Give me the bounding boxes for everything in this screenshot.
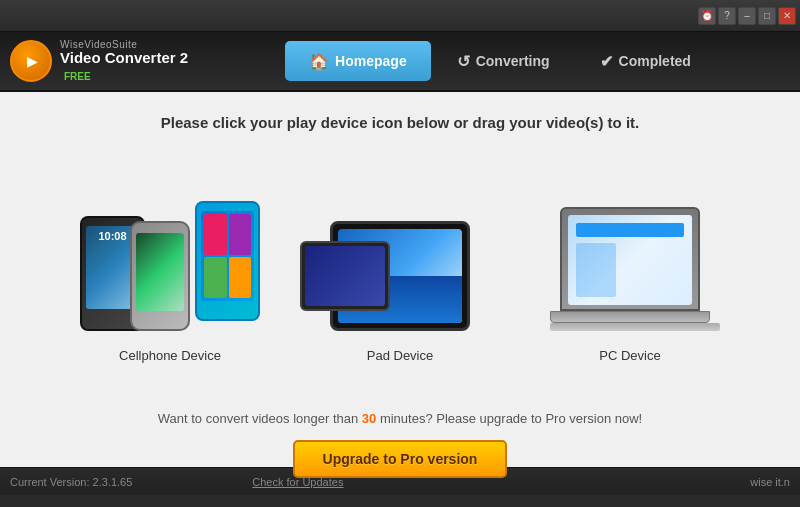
alarm-icon[interactable]: ⏰: [698, 7, 716, 25]
version-label: Current Version: 2.3.1.65: [10, 476, 132, 488]
devices-section: Cellphone Device Pad Device: [0, 151, 800, 373]
pad-device[interactable]: Pad Device: [290, 151, 510, 373]
cellphone-image: [80, 161, 260, 331]
header: WiseVideoSuite Video Converter 2 FREE 🏠 …: [0, 32, 800, 92]
pc-label: PC Device: [599, 348, 660, 363]
product-name: Video Converter 2 FREE: [60, 50, 210, 83]
minimize-button[interactable]: –: [738, 7, 756, 25]
promo-text: Want to convert videos longer than 30 mi…: [158, 411, 642, 426]
close-button[interactable]: ✕: [778, 7, 796, 25]
pad-label: Pad Device: [367, 348, 433, 363]
convert-icon: ↺: [457, 52, 470, 71]
upgrade-button[interactable]: Upgrade to Pro version: [293, 440, 508, 478]
check-icon: ✔: [600, 52, 613, 71]
phone2: [130, 221, 190, 331]
home-icon: 🏠: [309, 52, 329, 71]
laptop-foot: [550, 323, 720, 331]
instruction-text: Please click your play device icon below…: [161, 114, 639, 131]
window-controls: ⏰ ? – □ ✕: [698, 7, 796, 25]
title-bar: ⏰ ? – □ ✕: [0, 0, 800, 32]
status-right: wise it.n: [750, 476, 790, 488]
app-logo-icon: [10, 40, 52, 82]
laptop: [550, 207, 710, 331]
tile4: [229, 257, 252, 298]
phone2-screen: [136, 233, 184, 311]
tile2: [229, 214, 252, 255]
tab-completed[interactable]: ✔ Completed: [576, 41, 715, 81]
pc-device[interactable]: PC Device: [530, 151, 730, 373]
main-content: Please click your play device icon below…: [0, 92, 800, 467]
pad-image: [300, 161, 500, 331]
logo-text: WiseVideoSuite Video Converter 2 FREE: [60, 39, 210, 83]
nav-tabs: 🏠 Homepage ↺ Converting ✔ Completed: [210, 41, 790, 81]
cellphone-label: Cellphone Device: [119, 348, 221, 363]
laptop-base: [550, 311, 710, 323]
laptop-screen-container: [560, 207, 700, 311]
promo-section: Want to convert videos longer than 30 mi…: [158, 411, 642, 478]
logo-area: WiseVideoSuite Video Converter 2 FREE: [10, 39, 210, 83]
check-updates-link[interactable]: Check for Updates: [252, 476, 343, 488]
laptop-screen: [568, 215, 692, 305]
cellphone-device[interactable]: Cellphone Device: [70, 151, 270, 373]
tab-homepage[interactable]: 🏠 Homepage: [285, 41, 431, 81]
maximize-button[interactable]: □: [758, 7, 776, 25]
tablet-small: [300, 241, 390, 311]
help-icon[interactable]: ?: [718, 7, 736, 25]
tab-converting[interactable]: ↺ Converting: [433, 41, 574, 81]
phone3: [195, 201, 260, 321]
free-badge: FREE: [64, 71, 91, 82]
tile3: [204, 257, 227, 298]
tablet-small-screen: [305, 246, 385, 306]
pc-image: [540, 161, 720, 331]
tile1: [204, 214, 227, 255]
phone3-screen: [201, 211, 254, 301]
